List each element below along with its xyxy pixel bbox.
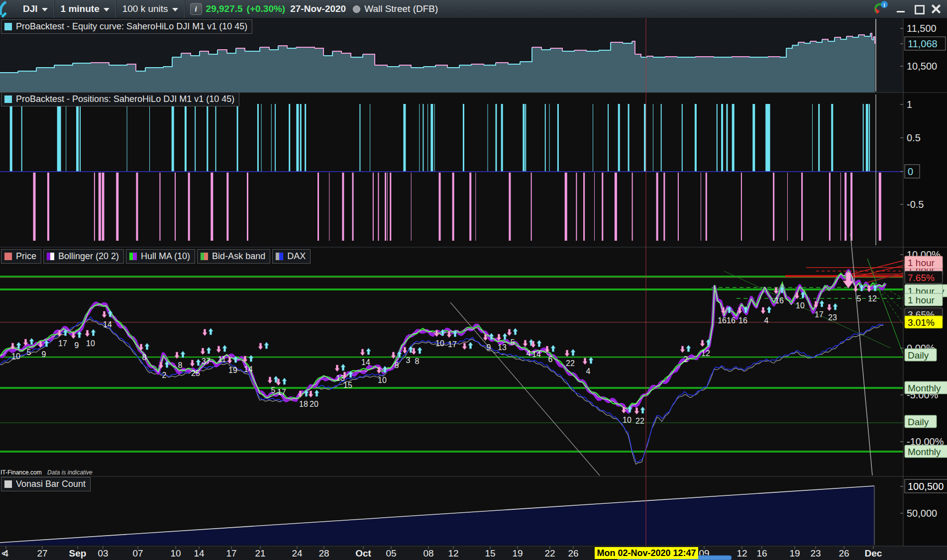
axis-badge-label: 3.01%: [908, 317, 935, 328]
positions-panel-tab[interactable]: ProBacktest - Positions: SaheroHiLo DJI …: [1, 92, 239, 106]
short-position-bar: [247, 173, 248, 241]
trade-count-label: 14: [361, 358, 370, 367]
close-button[interactable]: [931, 4, 942, 14]
trade-count-label: 10: [623, 416, 631, 424]
long-position-bar: [463, 104, 464, 172]
equity-curve-segment: [677, 57, 695, 57]
long-position-bar: [752, 104, 755, 172]
axis-badge-label: Monthly: [908, 447, 941, 457]
time-axis-label: 21: [255, 548, 265, 559]
long-position-bar: [59, 104, 61, 172]
short-position-bar: [787, 173, 788, 241]
svg-text:i: i: [883, 2, 885, 8]
long-position-bar: [195, 104, 196, 172]
axis-badge-label: Monthly: [908, 383, 941, 393]
trade-count-label: 25: [191, 369, 200, 377]
trade-count-label: 22: [566, 359, 575, 368]
long-position-bar: [149, 104, 150, 172]
long-position-bar: [732, 104, 735, 172]
long-position-bar: [501, 104, 503, 172]
trade-count-label: 17: [815, 310, 824, 319]
trade-count-label: 22: [635, 417, 644, 425]
legend-item-dax[interactable]: DAX: [272, 249, 311, 264]
long-position-bar: [765, 104, 768, 172]
axis-label: 11,500: [907, 23, 937, 34]
long-position-bar: [557, 104, 559, 172]
legend-item-hull-ma-10[interactable]: Hull MA (10): [126, 249, 195, 264]
short-position-bar: [801, 173, 803, 241]
units-selector[interactable]: 100 k units: [116, 0, 184, 18]
vonasi-panel-tab[interactable]: Vonasi Bar Count: [1, 477, 91, 491]
timeframe-selector[interactable]: 1 minute: [55, 0, 115, 18]
trade-count-label: 16: [738, 316, 747, 325]
trade-count-label: 13: [498, 343, 507, 352]
short-position-bar: [531, 173, 532, 241]
short-position-bar: [317, 173, 319, 241]
short-position-bar: [850, 173, 852, 241]
short-position-bar: [352, 173, 354, 241]
short-position-bar: [583, 173, 585, 241]
short-position-bar: [509, 173, 511, 241]
short-position-bar: [615, 173, 617, 241]
short-position-bar: [175, 173, 176, 241]
source-note: IT-Finance.com Data is indicative: [0, 469, 93, 476]
equity-curve-segment: [732, 57, 749, 57]
short-position-bar: [373, 173, 374, 241]
time-axis-label: 07: [132, 548, 143, 559]
equity-curve-segment: [665, 57, 677, 57]
axis-label: 50,000: [907, 508, 937, 519]
trade-count-label: 10: [86, 339, 95, 348]
time-axis-label: Oct: [355, 548, 371, 559]
short-position-bar: [632, 173, 633, 241]
trade-count-label: 11: [218, 355, 226, 364]
trade-count-label: 14: [244, 365, 253, 373]
legend-item-bid-ask-band[interactable]: Bid-Ask band: [197, 249, 270, 264]
source-brand: IT-Finance.com: [0, 469, 42, 476]
trade-count-label: 14: [103, 320, 112, 329]
short-position-bar: [159, 173, 160, 241]
long-position-bar: [289, 104, 290, 172]
maximize-button[interactable]: [913, 4, 924, 14]
trade-count-label: 4: [526, 349, 531, 358]
chevron-down-icon: [172, 8, 178, 11]
legend-item-price[interactable]: Price: [1, 249, 41, 264]
trade-count-label: 16: [775, 296, 784, 305]
short-position-bar: [329, 173, 329, 241]
minimize-button[interactable]: [895, 4, 906, 14]
trade-count-label: 17: [448, 340, 457, 349]
long-position-bar: [237, 104, 238, 172]
trading-platform-window: 1059179101482825371119145171820131514108…: [0, 0, 947, 560]
time-axis-label: 23: [810, 548, 821, 559]
long-position-bar: [608, 104, 609, 172]
short-position-bar: [602, 173, 603, 241]
trade-count-label: 8: [395, 361, 399, 370]
price-legend: PriceBollinger (20 2)Hull MA (10)Bid-Ask…: [1, 249, 311, 264]
market-name: Wall Street (DFB): [364, 3, 438, 14]
long-position-bar: [80, 104, 81, 172]
legend-label: Price: [16, 251, 36, 262]
time-axis-label: 24: [292, 548, 303, 559]
short-position-bar: [33, 173, 36, 241]
long-position-bar: [653, 104, 653, 172]
refresh-icon[interactable]: i: [871, 0, 888, 18]
equity-curve-segment: [768, 57, 780, 57]
trade-count-label: 23: [828, 313, 837, 322]
info-icon[interactable]: i: [190, 3, 202, 15]
long-position-bar: [76, 104, 79, 172]
short-position-bar: [387, 173, 388, 241]
time-axis-label: 05: [386, 548, 396, 559]
legend-item-bollinger-20-2[interactable]: Bollinger (20 2): [43, 249, 124, 264]
time-axis-label: Sep: [69, 548, 87, 559]
long-position-bar: [370, 104, 370, 172]
time-axis-label: 17: [226, 548, 236, 559]
instrument-selector[interactable]: DJI: [17, 0, 54, 18]
short-position-bar: [342, 173, 344, 241]
short-position-bar: [706, 173, 707, 241]
time-axis-label: 08: [423, 548, 433, 559]
axis-label: 0.5: [907, 132, 921, 143]
short-position-bar: [439, 173, 441, 241]
last-price: 29,927.5: [206, 3, 243, 14]
trade-count-label: 10: [11, 352, 20, 361]
equity-panel-tab[interactable]: ProBacktest - Equity curve: SaheroHiLo D…: [1, 19, 252, 34]
vonasi-panel-title: Vonasi Bar Count: [16, 479, 86, 489]
